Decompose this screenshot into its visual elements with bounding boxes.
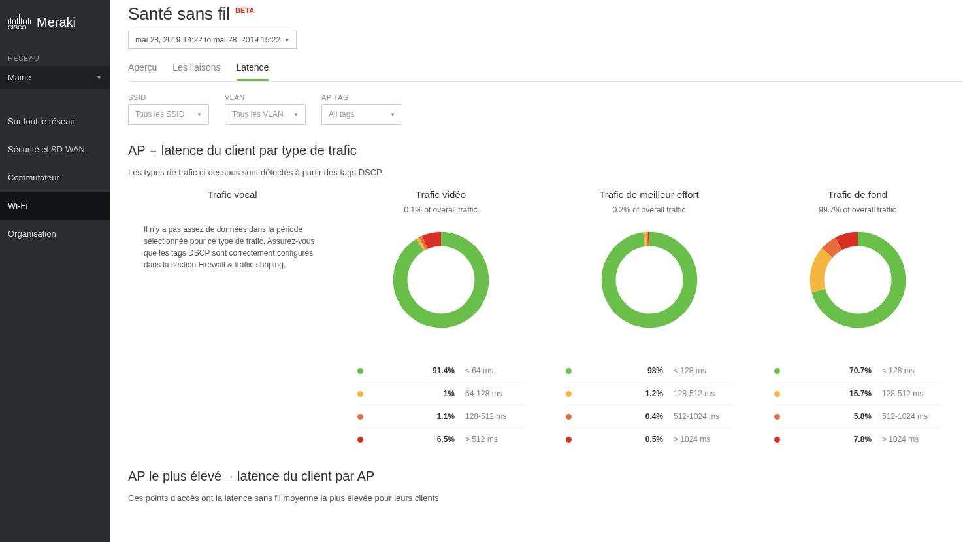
filter-vlan-label: VLAN (225, 93, 306, 101)
sidebar-item[interactable]: Organisation (0, 220, 110, 248)
legend-percent: 91.4% (363, 366, 465, 375)
legend-row: 15.7%128-512 ms (774, 382, 941, 405)
legend: 91.4%< 64 ms1%64-128 ms1.1%128-512 ms6.5… (347, 360, 534, 450)
filter-aptag: AP TAG All tags ▼ (321, 93, 402, 125)
network-selector-value: Mairie (8, 73, 31, 82)
legend-percent: 98% (572, 366, 674, 375)
network-selector[interactable]: Mairie ▼ (0, 66, 110, 89)
traffic-card-title: Trafic vocal (207, 189, 257, 200)
legend-range: < 64 ms (465, 366, 524, 375)
legend-row: 1.1%128-512 ms (357, 405, 524, 428)
legend-percent: 70.7% (780, 366, 882, 375)
sidebar-item[interactable]: Commutateur (0, 163, 110, 192)
main-content: Santé sans fil BÊTA mai 28, 2019 14:22 t… (110, 0, 980, 542)
section-subtitle: Ces points d'accès ont la latence sans f… (128, 493, 962, 503)
filter-aptag-value: All tags (329, 110, 354, 119)
date-range-picker[interactable]: mai 28, 2019 14:22 to mai 28, 2019 15:22… (128, 31, 297, 49)
legend-percent: 1.2% (572, 389, 674, 398)
legend-dot-icon (774, 437, 780, 443)
sidebar-nav: Sur tout le réseauSécurité et SD-WANComm… (0, 107, 110, 248)
legend-range: > 512 ms (465, 435, 524, 444)
beta-badge: BÊTA (235, 7, 254, 14)
legend-dot-icon (566, 368, 572, 374)
donut-chart (807, 229, 909, 331)
brand-logo: CISCO Meraki (0, 0, 110, 42)
legend: 70.7%< 128 ms15.7%128-512 ms5.8%512-1024… (764, 360, 951, 450)
traffic-card: Trafic vocalIl n'y a pas assez de donnée… (128, 189, 336, 450)
legend-row: 6.5%> 512 ms (357, 428, 524, 450)
donut-wrap (807, 229, 909, 333)
section-latency-by-traffic: AP → latence du client par type de trafi… (110, 125, 980, 450)
legend-row: 0.4%512-1024 ms (566, 405, 732, 428)
section-latency-by-ap: AP le plus élevé → latence du client par… (110, 450, 980, 503)
date-range-value: mai 28, 2019 14:22 to mai 28, 2019 15:22 (135, 35, 280, 44)
tab[interactable]: Latence (237, 62, 269, 81)
filter-ssid: SSID Tous les SSID ▼ (128, 93, 209, 125)
traffic-card-title: Trafic de fond (828, 189, 887, 200)
caret-down-icon: ▼ (284, 37, 289, 43)
filter-aptag-select[interactable]: All tags ▼ (321, 104, 402, 125)
legend-percent: 15.7% (780, 389, 882, 398)
legend-dot-icon (357, 391, 363, 397)
legend-percent: 0.5% (572, 435, 674, 444)
legend-range: > 1024 ms (674, 435, 732, 444)
legend-percent: 1.1% (363, 412, 465, 421)
donut-chart (598, 229, 700, 331)
traffic-card-subtitle: 0.2% of overall traffic (613, 205, 686, 214)
traffic-card: Trafic de meilleur effort0.2% of overall… (545, 189, 753, 450)
legend-dot-icon (357, 437, 363, 443)
tab[interactable]: Aperçu (128, 62, 157, 81)
traffic-card-note: Il n'y a pas assez de données dans la pé… (139, 224, 326, 271)
legend-range: 128-512 ms (465, 412, 524, 421)
legend-range: < 128 ms (674, 366, 732, 375)
legend: 98%< 128 ms1.2%128-512 ms0.4%512-1024 ms… (555, 360, 743, 450)
arrow-right-icon: → (148, 145, 159, 157)
section-title: AP le plus élevé → latence du client par… (128, 469, 962, 484)
legend-percent: 5.8% (780, 412, 882, 421)
page-header: Santé sans fil BÊTA mai 28, 2019 14:22 t… (110, 0, 980, 49)
filter-ssid-label: SSID (128, 93, 209, 101)
section-subtitle: Les types de trafic ci-dessous sont déte… (128, 167, 962, 177)
filter-ssid-select[interactable]: Tous les SSID ▼ (128, 104, 209, 125)
traffic-card-title: Trafic de meilleur effort (599, 189, 699, 200)
tab[interactable]: Les liaisons (172, 62, 220, 81)
caret-down-icon: ▼ (390, 112, 395, 118)
legend-dot-icon (357, 414, 363, 420)
legend-row: 7.8%> 1024 ms (774, 428, 941, 450)
brand-name: Meraki (37, 15, 76, 30)
legend-row: 5.8%512-1024 ms (774, 405, 941, 428)
filter-vlan-select[interactable]: Tous les VLAN ▼ (225, 104, 306, 125)
caret-down-icon: ▼ (293, 112, 299, 118)
legend-percent: 6.5% (363, 435, 465, 444)
legend-row: 91.4%< 64 ms (357, 360, 524, 382)
legend-row: 1%64-128 ms (357, 382, 524, 405)
page-title: Santé sans fil (128, 4, 230, 24)
traffic-card-subtitle: 99.7% of overall traffic (819, 205, 896, 214)
legend-range: 512-1024 ms (882, 412, 941, 421)
legend-dot-icon (566, 414, 572, 420)
donut-wrap (598, 229, 700, 333)
legend-range: 128-512 ms (674, 389, 732, 398)
legend-dot-icon (357, 368, 363, 374)
legend-percent: 7.8% (780, 435, 882, 444)
sidebar-item[interactable]: Sécurité et SD-WAN (0, 135, 110, 163)
sidebar-item[interactable]: Wi-Fi (0, 192, 110, 220)
traffic-cards: Trafic vocalIl n'y a pas assez de donnée… (128, 189, 962, 450)
arrow-right-icon: → (224, 471, 235, 483)
legend-range: 512-1024 ms (674, 412, 732, 421)
legend-row: 70.7%< 128 ms (774, 360, 941, 382)
legend-row: 98%< 128 ms (566, 360, 732, 382)
sidebar-item[interactable]: Sur tout le réseau (0, 107, 110, 135)
donut-chart (390, 229, 492, 331)
filter-vlan: VLAN Tous les VLAN ▼ (225, 93, 306, 125)
legend-row: 0.5%> 1024 ms (566, 428, 732, 450)
legend-percent: 1% (363, 389, 465, 398)
filter-ssid-value: Tous les SSID (135, 110, 184, 119)
legend-dot-icon (774, 391, 780, 397)
cisco-logo: CISCO (8, 14, 31, 31)
chevron-down-icon: ▼ (96, 75, 102, 81)
legend-range: > 1024 ms (882, 435, 941, 444)
legend-dot-icon (774, 414, 780, 420)
traffic-card-subtitle: 0.1% of overall traffic (404, 205, 478, 214)
legend-dot-icon (774, 368, 780, 374)
